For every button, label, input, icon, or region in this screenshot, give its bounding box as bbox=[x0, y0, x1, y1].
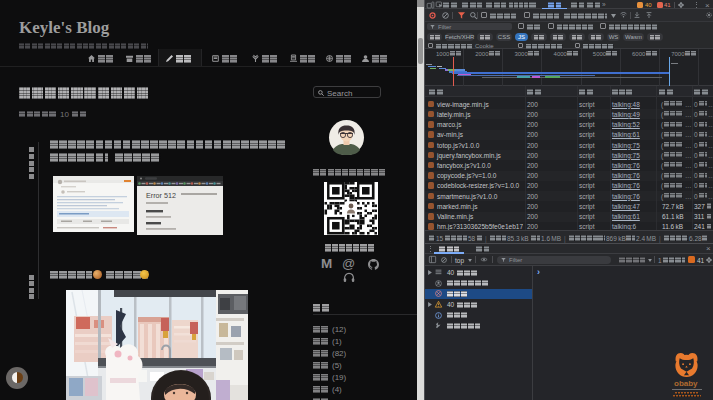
svg-text:Error 512: Error 512 bbox=[146, 191, 176, 200]
